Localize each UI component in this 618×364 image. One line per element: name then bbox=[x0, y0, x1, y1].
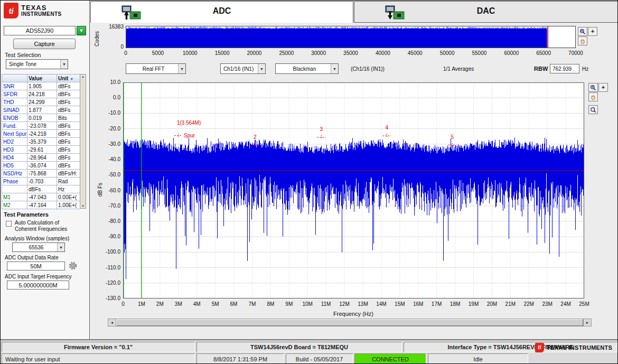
auto-calc-label-line1: Auto Calculation of bbox=[15, 220, 59, 226]
fft-type-dropdown[interactable]: Real FFT ▼ bbox=[126, 63, 186, 74]
stat-row[interactable]: HD3-29.61dBFs bbox=[2, 146, 80, 154]
rbw-unit: Hz bbox=[582, 66, 588, 72]
stat-row[interactable]: HD4-28.964dBFs bbox=[2, 154, 80, 162]
pan-hand-icon[interactable] bbox=[588, 92, 598, 101]
stat-label: NSD/Hz bbox=[2, 170, 27, 178]
stats-header-row: Value Unit ▼ bbox=[2, 74, 80, 82]
channel-value: Ch1/16 (IN1) bbox=[221, 66, 258, 72]
codes-xtick: 5000 bbox=[152, 50, 164, 56]
codes-xtick: 20000 bbox=[247, 50, 261, 56]
status-area: Firmware Version = "0.1" TSW14J56revD Bo… bbox=[1, 339, 618, 364]
auto-calc-checkbox[interactable] bbox=[6, 221, 12, 227]
test-selection-dropdown[interactable]: Single Tone ▼ bbox=[6, 59, 68, 69]
device-select[interactable] bbox=[4, 26, 76, 35]
pan-hand-icon[interactable] bbox=[578, 36, 587, 45]
firmware-version-status: Firmware Version = "0.1" bbox=[2, 342, 195, 352]
plus-icon[interactable]: + bbox=[598, 83, 608, 92]
stat-value: -36.074 bbox=[27, 162, 57, 170]
stat-row[interactable]: SINAD1.877dBFs bbox=[2, 106, 80, 114]
fft-ytick: -80.0 bbox=[91, 218, 120, 224]
stat-row[interactable]: dBFsHz bbox=[2, 185, 80, 193]
stat-row[interactable]: THD24.299dBFs bbox=[2, 98, 80, 106]
chevron-down-icon: ▼ bbox=[178, 64, 185, 73]
stat-unit: Bits bbox=[57, 114, 80, 122]
analysis-window-label: Analysis Window (samples) bbox=[5, 236, 69, 241]
analysis-window-dropdown[interactable]: 65536 ▼ bbox=[12, 242, 65, 252]
stats-header-blank bbox=[2, 74, 27, 82]
stat-label: Phase bbox=[2, 178, 27, 185]
stats-header-unit[interactable]: Unit ▼ bbox=[57, 74, 80, 82]
fft-ytick: -50.0 bbox=[91, 172, 120, 178]
scroll-up-icon: ▲ bbox=[81, 75, 85, 78]
scrollbar-thumb[interactable] bbox=[116, 319, 583, 326]
stat-label: Fund. bbox=[2, 122, 27, 130]
stat-row[interactable]: SFDR24.218dBFs bbox=[2, 90, 80, 98]
tab-dac[interactable]: DAC bbox=[354, 1, 618, 23]
plus-icon[interactable]: + bbox=[588, 27, 597, 36]
fft-xtick: 15M bbox=[395, 301, 405, 307]
fft-plot[interactable]: 1(3.564M)Spur2345 bbox=[123, 82, 584, 298]
stat-value: 1.905 bbox=[27, 82, 57, 90]
stat-label: Next Spur bbox=[2, 130, 27, 138]
stat-row[interactable]: Phase-0.703Rad bbox=[2, 178, 80, 185]
adc-input-freq-input[interactable] bbox=[7, 281, 69, 290]
stat-row[interactable]: HD2-35.379dBFs bbox=[2, 138, 80, 146]
stats-header-value[interactable]: Value bbox=[27, 74, 57, 82]
hsdc-pro-window: ti TEXAS INSTRUMENTS ▼ Capture Test Sele… bbox=[0, 0, 618, 364]
fft-hscrollbar[interactable]: ◄ ► bbox=[108, 319, 592, 326]
adc-input-freq-label: ADC Input Target Frequency bbox=[5, 274, 72, 279]
tab-adc[interactable]: ADC bbox=[90, 1, 353, 23]
stat-row[interactable]: Fund.-23.078dBFs bbox=[2, 122, 80, 130]
chevron-down-icon: ▼ bbox=[57, 243, 64, 251]
codes-xtick: 15000 bbox=[215, 50, 230, 56]
zoom-in-icon[interactable] bbox=[588, 83, 598, 92]
codes-xtick: 70000 bbox=[568, 50, 583, 56]
stat-unit: dBFs/H: bbox=[57, 170, 80, 178]
fft-xtick: 25M bbox=[579, 301, 589, 307]
stat-value: -0.703 bbox=[27, 178, 57, 185]
auto-calc-label-line2: Coherent Frequencies bbox=[15, 226, 67, 232]
codes-ytick: 0 bbox=[99, 44, 124, 50]
fft-xtick: 24M bbox=[560, 301, 570, 307]
stat-row[interactable]: ENOB0.019Bits bbox=[2, 114, 80, 122]
fft-xtick: 14M bbox=[376, 301, 386, 307]
window-fn-dropdown[interactable]: Blackman ▼ bbox=[275, 63, 339, 74]
stat-value: -75.868 bbox=[27, 170, 57, 178]
scroll-right-icon[interactable]: ► bbox=[583, 319, 591, 326]
stat-label: SFDR bbox=[2, 90, 27, 98]
channel-dropdown[interactable]: Ch1/16 (IN1) ▼ bbox=[220, 63, 266, 74]
adc-output-rate-input[interactable] bbox=[7, 262, 65, 270]
sort-icon: ▼ bbox=[70, 77, 73, 81]
stat-row[interactable]: HD5-36.074dBFs bbox=[2, 162, 80, 170]
stat-row[interactable]: M1-47.0430.00E+( bbox=[2, 193, 80, 201]
zoom-in-icon[interactable] bbox=[578, 27, 587, 36]
zoom-box-icon[interactable] bbox=[588, 105, 598, 114]
rbw-input[interactable] bbox=[550, 64, 579, 73]
gear-icon[interactable] bbox=[68, 261, 78, 270]
stat-row[interactable]: SNR1.905dBFs bbox=[2, 82, 80, 90]
ti-bug-icon: ti bbox=[535, 343, 544, 352]
stat-row[interactable]: Next Spur-24.218dBFs bbox=[2, 130, 80, 138]
stat-value: -24.218 bbox=[27, 130, 57, 138]
device-load-button[interactable]: ▼ bbox=[77, 26, 86, 35]
test-parameters-title: Test Parameters bbox=[4, 211, 49, 218]
stats-scrollbar[interactable]: ▲ ▼ bbox=[80, 74, 86, 209]
stat-label: SNR bbox=[2, 82, 27, 90]
fft-ytick: -110.0 bbox=[91, 265, 120, 270]
stat-label: THD bbox=[2, 98, 27, 106]
stat-unit: dBFs bbox=[57, 90, 80, 98]
capture-button[interactable]: Capture bbox=[13, 39, 76, 49]
stat-value: -28.964 bbox=[27, 154, 57, 162]
stat-label: M2 bbox=[2, 201, 27, 209]
ti-logo: ti TEXAS INSTRUMENTS bbox=[4, 3, 62, 18]
codes-xtick: 60000 bbox=[504, 50, 519, 56]
codes-xtick: 35000 bbox=[343, 50, 358, 56]
connection-badge: CONNECTED bbox=[354, 353, 426, 364]
stat-row[interactable]: M2-47.1641.00E+( bbox=[2, 201, 80, 209]
codes-plot[interactable] bbox=[126, 26, 576, 48]
window-fn-value: Blackman bbox=[276, 66, 331, 72]
fft-chart: dB Fs 1(3.564M)Spur2345 10.00.0-10.0-20.… bbox=[90, 80, 618, 329]
scroll-left-icon[interactable]: ◄ bbox=[108, 319, 116, 326]
logo-line2: INSTRUMENTS bbox=[21, 12, 62, 17]
stat-row[interactable]: NSD/Hz-75.868dBFs/H: bbox=[2, 170, 80, 178]
